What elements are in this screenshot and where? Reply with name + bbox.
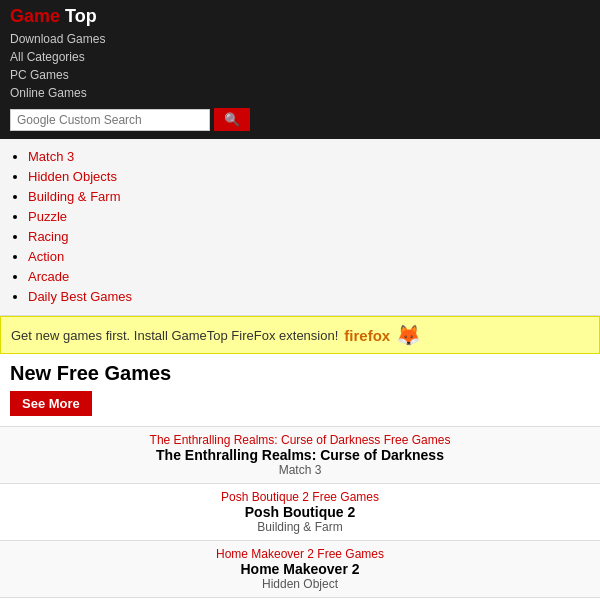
- cat-match3[interactable]: Match 3: [28, 149, 74, 164]
- search-button[interactable]: 🔍: [214, 108, 250, 131]
- site-header: Game Top Download Games All Categories P…: [0, 0, 600, 139]
- firefox-icon: 🦊: [396, 323, 421, 347]
- ext-banner-text: Get new games first. Install GameTop Fir…: [11, 328, 338, 343]
- list-item: Puzzle: [28, 207, 590, 227]
- list-item: Action: [28, 247, 590, 267]
- list-item: Arcade: [28, 267, 590, 287]
- game-title[interactable]: The Enthralling Realms: Curse of Darknes…: [10, 447, 590, 463]
- cat-hidden-objects[interactable]: Hidden Objects: [28, 169, 117, 184]
- see-more-button[interactable]: See More: [10, 391, 92, 416]
- game-title[interactable]: Posh Boutique 2: [10, 504, 590, 520]
- site-title: Game Top: [10, 6, 590, 27]
- search-input[interactable]: [10, 109, 210, 131]
- cat-racing[interactable]: Racing: [28, 229, 68, 244]
- brand-game: Game: [10, 6, 60, 26]
- cat-daily-best[interactable]: Daily Best Games: [28, 289, 132, 304]
- cat-building-farm[interactable]: Building & Farm: [28, 189, 120, 204]
- game-list: The Enthralling Realms: Curse of Darknes…: [0, 426, 600, 600]
- new-games-section: New Free Games See More: [0, 354, 600, 426]
- list-item: Building & Farm: [28, 187, 590, 207]
- nav-all-categories[interactable]: All Categories: [10, 48, 590, 66]
- list-item: Daily Best Games: [28, 287, 590, 307]
- search-bar: 🔍: [10, 108, 590, 131]
- brand-top: Top: [65, 6, 97, 26]
- nav-download-games[interactable]: Download Games: [10, 30, 590, 48]
- table-row: Posh Boutique 2 Free Games Posh Boutique…: [0, 484, 600, 541]
- nav-online-games[interactable]: Online Games: [10, 84, 590, 102]
- table-row: The Enthralling Realms: Curse of Darknes…: [0, 427, 600, 484]
- list-item: Hidden Objects: [28, 167, 590, 187]
- game-title[interactable]: Home Makeover 2: [10, 561, 590, 577]
- main-nav: Download Games All Categories PC Games O…: [10, 30, 590, 102]
- table-row: Home Makeover 2 Free Games Home Makeover…: [0, 541, 600, 598]
- firefox-link[interactable]: firefox: [344, 327, 390, 344]
- game-category: Match 3: [10, 463, 590, 477]
- game-category: Building & Farm: [10, 520, 590, 534]
- list-item: Match 3: [28, 147, 590, 167]
- game-category: Hidden Object: [10, 577, 590, 591]
- cat-arcade[interactable]: Arcade: [28, 269, 69, 284]
- category-list: Match 3 Hidden Objects Building & Farm P…: [10, 147, 590, 307]
- cat-puzzle[interactable]: Puzzle: [28, 209, 67, 224]
- section-title: New Free Games: [10, 362, 590, 385]
- game-free-label: The Enthralling Realms: Curse of Darknes…: [10, 433, 590, 447]
- list-item: Racing: [28, 227, 590, 247]
- categories-panel: Match 3 Hidden Objects Building & Farm P…: [0, 139, 600, 316]
- nav-pc-games[interactable]: PC Games: [10, 66, 590, 84]
- game-free-label: Home Makeover 2 Free Games: [10, 547, 590, 561]
- game-free-label: Posh Boutique 2 Free Games: [10, 490, 590, 504]
- cat-action[interactable]: Action: [28, 249, 64, 264]
- extension-banner: Get new games first. Install GameTop Fir…: [0, 316, 600, 354]
